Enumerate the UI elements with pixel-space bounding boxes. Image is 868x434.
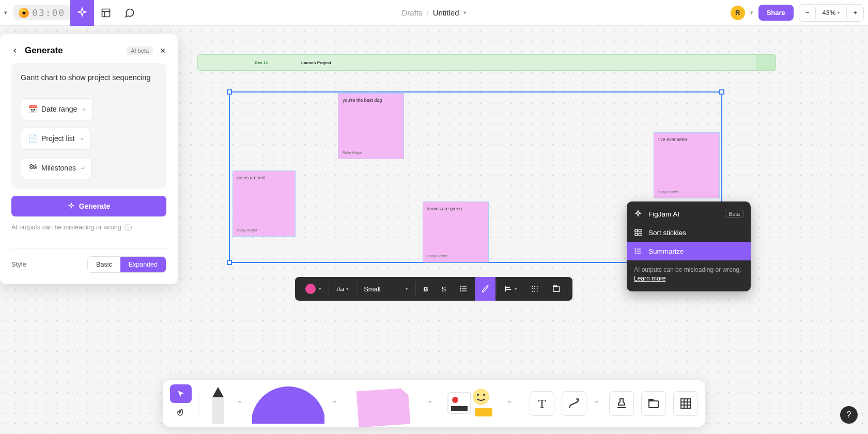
zoom-in-button[interactable]: + — [847, 9, 863, 17]
chip-project-list[interactable]: 📄 Project list ↗ — [21, 128, 91, 150]
font-size-picker[interactable]: Small▾ — [358, 277, 414, 301]
breadcrumb[interactable]: Drafts / Untitled ▾ — [401, 8, 466, 17]
comments-button[interactable] — [118, 0, 142, 26]
chevron-down-icon[interactable]: ▾ — [463, 9, 467, 16]
prompt-input-area[interactable]: Gantt chart to show project sequencing 📅… — [11, 63, 166, 189]
marker-button[interactable] — [475, 277, 495, 301]
section-tool[interactable] — [641, 391, 666, 416]
chip-label: Date range — [41, 104, 77, 115]
flag-icon: 🏁 — [28, 163, 37, 174]
style-basic-option[interactable]: Basic — [88, 257, 120, 272]
svg-rect-21 — [553, 287, 560, 291]
marker-tool[interactable] — [207, 383, 229, 424]
svg-point-38 — [452, 397, 458, 403]
svg-point-7 — [460, 288, 461, 289]
timer-chip[interactable]: ★ 03:00 — [13, 5, 70, 20]
section-button[interactable] — [546, 277, 567, 301]
svg-point-6 — [460, 286, 461, 287]
chip-milestones[interactable]: 🏁 Milestones ↗ — [21, 157, 92, 179]
arrow-icon: ↗ — [79, 105, 87, 113]
main-menu-dropdown[interactable]: ▾ — [0, 9, 11, 16]
arrow-icon: ↗ — [76, 134, 85, 143]
gantt-label: Launch Project — [301, 60, 331, 65]
sticky-color-picker[interactable]: ▾ — [299, 277, 328, 301]
arrow-icon: ↗ — [78, 164, 86, 172]
sparkle-icon — [634, 210, 642, 218]
divider — [199, 388, 199, 419]
style-toggle: Basic Expanded — [87, 256, 166, 273]
chevron-up-icon[interactable]: ⌃ — [592, 399, 602, 408]
bold-button[interactable]: B — [417, 277, 434, 301]
chevron-up-icon[interactable]: ⌃ — [330, 399, 340, 408]
svg-rect-23 — [635, 229, 638, 232]
svg-point-40 — [473, 389, 489, 405]
back-icon[interactable] — [11, 47, 19, 54]
templates-button[interactable] — [94, 0, 118, 26]
svg-point-32 — [635, 253, 636, 253]
help-button[interactable]: ? — [840, 406, 858, 424]
stamp-picker-tool[interactable] — [609, 391, 634, 416]
list-button[interactable] — [453, 277, 474, 301]
font-family-picker[interactable]: Aa▾ — [330, 277, 355, 301]
text-tool[interactable]: T — [530, 391, 554, 416]
ai-tool-button[interactable] — [70, 0, 94, 26]
summarize-item[interactable]: Summarize — [627, 242, 751, 260]
sticky-note[interactable]: roses are red Ruby Holyer — [233, 171, 296, 237]
ai-menu-title: FigJam AI — [648, 210, 679, 218]
generate-panel: Generate AI beta Gantt chart to show pro… — [0, 34, 178, 284]
gantt-strip[interactable]: Dec 11 Launch Project — [197, 54, 776, 71]
chevron-down-icon[interactable]: ▾ — [750, 9, 753, 16]
color-swatch-icon — [305, 284, 316, 294]
chevron-up-icon[interactable]: ⌃ — [235, 399, 245, 408]
prompt-text: Gantt chart to show project sequencing — [21, 72, 157, 84]
stamp-tool[interactable] — [442, 383, 499, 424]
svg-point-18 — [532, 291, 533, 292]
sticky-note[interactable]: leaves are green Ruby Holyer — [423, 202, 489, 262]
info-icon[interactable]: i — [125, 224, 132, 231]
chevron-up-icon[interactable]: ⌃ — [425, 399, 435, 408]
select-tool[interactable] — [170, 384, 192, 403]
strikethrough-button[interactable]: S — [436, 277, 453, 301]
svg-point-20 — [537, 291, 538, 292]
divider — [329, 282, 329, 296]
close-icon[interactable] — [159, 47, 166, 54]
svg-rect-24 — [639, 229, 641, 232]
chevron-up-icon[interactable]: ⌃ — [504, 399, 515, 408]
zoom-out-button[interactable]: − — [799, 9, 816, 17]
sticky-text: leaves are green — [427, 206, 484, 211]
svg-point-13 — [534, 286, 535, 287]
table-tool[interactable] — [673, 391, 698, 416]
hand-tool[interactable] — [170, 404, 192, 423]
marker-tool-group: ⌃ — [207, 383, 245, 424]
selection-handle-tl[interactable] — [227, 89, 232, 95]
generate-button[interactable]: Generate — [11, 196, 166, 216]
ai-menu-header[interactable]: FigJam AI Beta — [627, 205, 751, 223]
selection-handle-bl[interactable] — [227, 260, 232, 265]
list-icon — [634, 247, 642, 255]
style-label: Style — [11, 260, 26, 268]
align-button[interactable]: ▾ — [498, 277, 523, 301]
connector-tool[interactable] — [562, 391, 586, 416]
connector-tool-group: ⌃ — [562, 391, 602, 416]
style-expanded-option[interactable]: Expanded — [120, 257, 166, 272]
shape-tool[interactable] — [252, 383, 324, 424]
sticky-note[interactable]: you're the best dog Ruby Holyer — [338, 93, 404, 159]
share-button[interactable]: Share — [758, 5, 794, 21]
sticky-note[interactable]: I've ever seen Ruby Holyer — [654, 132, 720, 198]
user-avatar[interactable]: R — [731, 6, 745, 20]
zoom-level[interactable]: 43% ▾ — [816, 9, 846, 17]
breadcrumb-folder[interactable]: Drafts — [401, 8, 422, 17]
sort-stickies-item[interactable]: Sort stickies — [627, 223, 751, 242]
help-label: ? — [847, 410, 851, 420]
sticky-tool[interactable] — [347, 383, 420, 424]
document-icon: 📄 — [28, 133, 37, 144]
selection-handle-tr[interactable] — [719, 89, 724, 95]
breadcrumb-title[interactable]: Untitled — [433, 8, 459, 17]
chip-date-range[interactable]: 📅 Date range ↗ — [21, 98, 93, 120]
svg-point-41 — [477, 394, 479, 396]
divider — [415, 282, 416, 296]
tidy-button[interactable] — [524, 277, 545, 301]
learn-more-link[interactable]: Learn more — [634, 275, 665, 282]
svg-point-15 — [532, 288, 533, 289]
svg-rect-46 — [681, 399, 690, 408]
